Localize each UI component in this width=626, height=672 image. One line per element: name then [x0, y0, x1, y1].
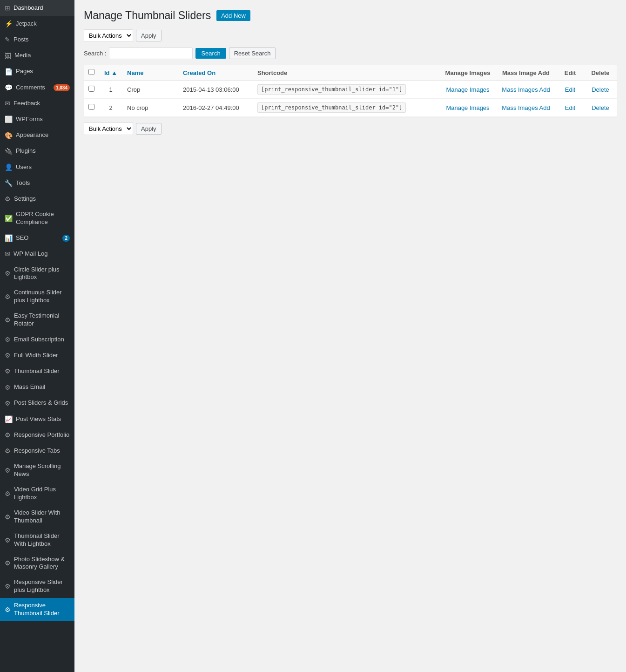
sidebar-item-email-subscription[interactable]: ⚙Email Subscription: [0, 332, 74, 347]
search-input[interactable]: [109, 48, 193, 59]
sidebar-item-post-sliders[interactable]: ⚙Post Sliders & Grids: [0, 395, 74, 411]
sidebar-item-full-width-slider[interactable]: ⚙Full Width Slider: [0, 347, 74, 363]
sidebar-item-wpforms[interactable]: ⬜WPForms: [0, 111, 74, 127]
table-row: 1Crop2015-04-13 03:06:00[print_responsiv…: [84, 81, 617, 99]
settings-icon: ⚙: [5, 195, 11, 203]
shortcode-value-2: [print_responsive_thumbnail_slider id="2…: [257, 102, 406, 113]
easy-testimonial-icon: ⚙: [5, 316, 11, 324]
th-mass-image-add: Mass Image Add: [496, 65, 556, 81]
wpforms-icon: ⬜: [5, 115, 13, 123]
thumbnail-slider-icon: ⚙: [5, 367, 11, 375]
sidebar-item-label-photo-slideshow: Photo Slideshow & Masonry Gallery: [14, 556, 70, 571]
page-title: Manage Thumbnail Sliders: [84, 9, 211, 22]
sidebar-item-thumbnail-slider[interactable]: ⚙Thumbnail Slider: [0, 363, 74, 379]
row-edit-cell-2: Edit: [556, 99, 584, 117]
row-id-2: 2: [99, 99, 122, 117]
sidebar-item-label-pages: Pages: [16, 68, 70, 75]
sidebar-item-label-tools: Tools: [16, 179, 70, 187]
sidebar-item-label-video-slider: Video Slider With Thumbnail: [14, 509, 70, 525]
photo-slideshow-icon: ⚙: [5, 559, 11, 567]
th-edit: Edit: [556, 65, 584, 81]
th-name-sort-link[interactable]: Name: [127, 69, 143, 76]
sidebar-item-responsive-slider-lightbox[interactable]: ⚙Responsive Slider plus Lightbox: [0, 575, 74, 598]
seo-badge: 2: [62, 235, 70, 242]
sidebar-item-continuous-slider[interactable]: ⚙Continuous Slider plus Lightbox: [0, 285, 74, 308]
sidebar-item-label-posts: Posts: [13, 36, 70, 44]
row-checkbox-1[interactable]: [88, 86, 94, 92]
manage-images-link-2[interactable]: Manage Images: [446, 104, 489, 111]
sidebar-item-feedback[interactable]: ✉Feedback: [0, 95, 74, 111]
edit-link-1[interactable]: Edit: [565, 86, 575, 93]
edit-link-2[interactable]: Edit: [565, 104, 575, 111]
sidebar-item-photo-slideshow[interactable]: ⚙Photo Slideshow & Masonry Gallery: [0, 552, 74, 575]
sidebar-item-mass-email[interactable]: ⚙Mass Email: [0, 380, 74, 395]
sidebar-item-post-views[interactable]: 📈Post Views Stats: [0, 411, 74, 427]
sidebar-item-jetpack[interactable]: ⚡Jetpack: [0, 16, 74, 32]
comments-badge: 1,034: [54, 84, 70, 91]
sidebar-item-responsive-portfolio[interactable]: ⚙Responsive Portfolio: [0, 427, 74, 443]
users-icon: 👤: [5, 163, 13, 171]
mass-images-link-2[interactable]: Mass Images Add: [502, 104, 550, 111]
sidebar-item-pages[interactable]: 📄Pages: [0, 64, 74, 80]
tools-icon: 🔧: [5, 179, 13, 187]
sidebar-item-dashboard[interactable]: ⊞Dashboard: [0, 0, 74, 16]
sidebar-item-manage-scrolling[interactable]: ⚙Manage Scrolling News: [0, 459, 74, 482]
mass-email-icon: ⚙: [5, 383, 11, 392]
post-views-icon: 📈: [5, 415, 13, 423]
bulk-actions-select-bottom[interactable]: Bulk Actions Delete: [84, 122, 133, 135]
sidebar-item-label-manage-scrolling: Manage Scrolling News: [14, 462, 70, 478]
sidebar: ⊞Dashboard⚡Jetpack✎Posts🖼Media📄Pages💬Com…: [0, 0, 74, 672]
media-icon: 🖼: [5, 52, 11, 60]
th-id-sort-link[interactable]: Id ▲: [104, 69, 117, 76]
sidebar-item-label-wp-mail-log: WP Mail Log: [13, 250, 70, 258]
sidebar-item-users[interactable]: 👤Users: [0, 159, 74, 175]
sidebar-item-comments[interactable]: 💬Comments1,034: [0, 80, 74, 95]
row-checkbox-2[interactable]: [88, 104, 94, 110]
bulk-actions-select-top[interactable]: Bulk Actions Delete: [84, 29, 133, 42]
sidebar-item-responsive-tabs[interactable]: ⚙Responsive Tabs: [0, 443, 74, 459]
thumbnail-lightbox-icon: ⚙: [5, 536, 11, 544]
sidebar-item-thumbnail-lightbox[interactable]: ⚙Thumbnail Slider With Lightbox: [0, 529, 74, 552]
sidebar-item-label-seo: SEO: [16, 234, 59, 242]
video-slider-icon: ⚙: [5, 513, 11, 521]
row-edit-cell-1: Edit: [556, 81, 584, 99]
sidebar-item-appearance[interactable]: 🎨Appearance: [0, 128, 74, 143]
sidebar-item-wp-mail-log[interactable]: ✉WP Mail Log: [0, 246, 74, 262]
row-manage-images-2: Manage Images: [440, 99, 496, 117]
sidebar-item-seo[interactable]: 📊SEO2: [0, 230, 74, 246]
apply-button-bottom[interactable]: Apply: [136, 123, 162, 135]
sidebar-item-media[interactable]: 🖼Media: [0, 48, 74, 64]
search-button[interactable]: Search: [195, 48, 226, 59]
sidebar-item-tools[interactable]: 🔧Tools: [0, 175, 74, 191]
add-new-button[interactable]: Add New: [216, 10, 250, 21]
video-grid-icon: ⚙: [5, 489, 11, 498]
sidebar-item-plugins[interactable]: 🔌Plugins: [0, 143, 74, 159]
sidebar-item-posts[interactable]: ✎Posts: [0, 32, 74, 48]
sidebar-item-label-post-sliders: Post Sliders & Grids: [14, 399, 70, 407]
sidebar-item-circle-slider[interactable]: ⚙Circle Slider plus Lightbox: [0, 262, 74, 285]
manage-images-link-1[interactable]: Manage Images: [446, 86, 489, 93]
delete-link-2[interactable]: Delete: [592, 104, 609, 111]
row-manage-images-1: Manage Images: [440, 81, 496, 99]
sidebar-item-easy-testimonial[interactable]: ⚙Easy Testimonial Rotator: [0, 308, 74, 332]
select-all-checkbox[interactable]: [88, 69, 94, 75]
apply-button-top[interactable]: Apply: [136, 30, 162, 41]
sidebar-item-settings[interactable]: ⚙Settings: [0, 191, 74, 207]
row-name-2: No crop: [122, 99, 178, 117]
delete-link-1[interactable]: Delete: [592, 86, 609, 93]
sidebar-item-responsive-thumbnail[interactable]: ⚙Responsive Thumbnail Slider: [0, 598, 74, 621]
sidebar-item-label-post-views: Post Views Stats: [16, 415, 70, 423]
sidebar-item-label-wpforms: WPForms: [16, 115, 70, 123]
sidebar-item-label-gdpr: GDPR Cookie Compliance: [16, 210, 70, 226]
row-delete-cell-2: Delete: [584, 99, 617, 117]
reset-search-button[interactable]: Reset Search: [229, 48, 276, 59]
sidebar-item-video-slider[interactable]: ⚙Video Slider With Thumbnail: [0, 505, 74, 529]
sidebar-item-gdpr[interactable]: ✅GDPR Cookie Compliance: [0, 207, 74, 230]
sidebar-item-label-responsive-tabs: Responsive Tabs: [14, 447, 70, 455]
th-created-sort-link[interactable]: Created On: [183, 69, 215, 76]
seo-icon: 📊: [5, 234, 13, 242]
sidebar-item-label-easy-testimonial: Easy Testimonial Rotator: [14, 312, 70, 328]
sidebar-item-video-grid[interactable]: ⚙Video Grid Plus Lightbox: [0, 482, 74, 505]
mass-images-link-1[interactable]: Mass Images Add: [502, 86, 550, 93]
row-mass-images-1: Mass Images Add: [496, 81, 556, 99]
